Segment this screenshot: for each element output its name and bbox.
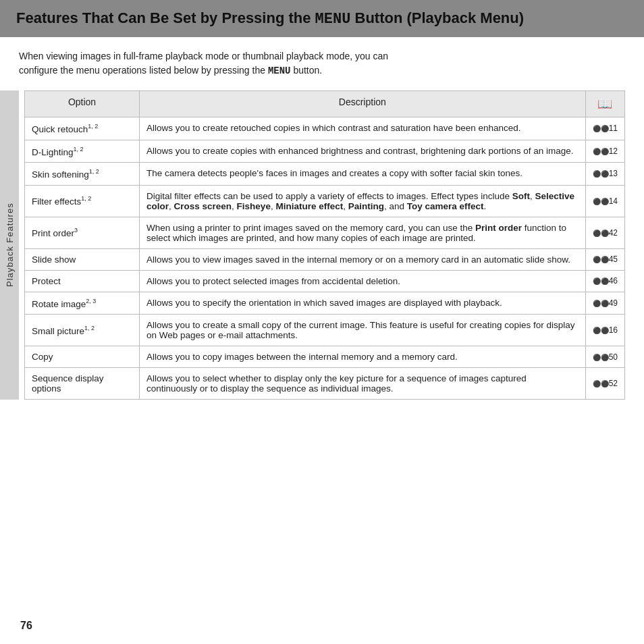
ref-cell: ⚫⚫52 xyxy=(585,368,624,400)
page-title: Features That Can Be Set by Pressing the… xyxy=(16,9,628,28)
ref-symbol: ⚫⚫ xyxy=(593,277,609,285)
page-number: 76 xyxy=(20,620,32,632)
features-table: Option Description 📖 Quick retouch1, 2Al… xyxy=(24,90,625,400)
ref-cell: ⚫⚫11 xyxy=(585,117,624,140)
intro-paragraph: When viewing images in full-frame playba… xyxy=(0,49,644,78)
table-row: Slide showAllows you to view images save… xyxy=(25,248,625,270)
description-cell: Allows you to view images saved in the i… xyxy=(140,248,586,270)
ref-cell: ⚫⚫13 xyxy=(585,163,624,186)
ref-symbol: ⚫⚫ xyxy=(593,354,609,361)
table-row: Sequence display optionsAllows you to se… xyxy=(25,368,625,400)
ref-cell: ⚫⚫12 xyxy=(585,140,624,163)
ref-cell: ⚫⚫16 xyxy=(585,315,624,346)
description-cell: Allows you to create copies with enhance… xyxy=(140,140,586,163)
ref-symbol: ⚫⚫ xyxy=(593,300,609,307)
table-wrapper: Option Description 📖 Quick retouch1, 2Al… xyxy=(19,90,644,400)
option-cell: Copy xyxy=(25,346,140,368)
ref-symbol: ⚫⚫ xyxy=(593,125,609,132)
table-row: Filter effects1, 2Digital filter effects… xyxy=(25,185,625,217)
ref-number: 13 xyxy=(609,169,618,178)
table-row: Quick retouch1, 2Allows you to create re… xyxy=(25,117,625,140)
table-row: Skin softening1, 2The camera detects peo… xyxy=(25,163,625,186)
side-tab: Playback Features xyxy=(0,90,19,400)
ref-number: 52 xyxy=(609,379,618,388)
option-cell: D-Lighting1, 2 xyxy=(25,140,140,163)
ref-number: 11 xyxy=(609,124,618,133)
description-cell: Allows you to specify the orientation in… xyxy=(140,292,586,315)
ref-symbol: ⚫⚫ xyxy=(593,230,609,237)
ref-cell: ⚫⚫45 xyxy=(585,248,624,270)
ref-symbol: ⚫⚫ xyxy=(593,148,609,155)
description-cell: When using a printer to print images sav… xyxy=(140,217,586,248)
ref-cell: ⚫⚫49 xyxy=(585,292,624,315)
description-cell: The camera detects people's faces in ima… xyxy=(140,163,586,186)
table-row: Small picture1, 2Allows you to create a … xyxy=(25,315,625,346)
option-cell: Rotate image2, 3 xyxy=(25,292,140,315)
ref-symbol: ⚫⚫ xyxy=(593,198,609,205)
option-cell: Slide show xyxy=(25,248,140,270)
ref-number: 12 xyxy=(609,146,618,156)
ref-symbol: ⚫⚫ xyxy=(593,256,609,263)
description-cell: Allows you to create a small copy of the… xyxy=(140,315,586,346)
header-ref: 📖 xyxy=(585,91,624,117)
ref-number: 49 xyxy=(609,298,618,308)
content-wrapper: Playback Features Option Description 📖 Q… xyxy=(0,90,644,427)
description-cell: Digital filter effects can be used to ap… xyxy=(140,185,586,217)
option-cell: Sequence display options xyxy=(25,368,140,400)
description-cell: Allows you to protect selected images fr… xyxy=(140,270,586,292)
book-icon: 📖 xyxy=(597,97,612,111)
description-cell: Allows you to copy images between the in… xyxy=(140,346,586,368)
option-cell: Protect xyxy=(25,270,140,292)
header-description: Description xyxy=(140,91,586,117)
table-row: D-Lighting1, 2Allows you to create copie… xyxy=(25,140,625,163)
option-cell: Filter effects1, 2 xyxy=(25,185,140,217)
ref-number: 50 xyxy=(609,352,618,362)
header-option: Option xyxy=(25,91,140,117)
option-cell: Skin softening1, 2 xyxy=(25,163,140,186)
table-row: Rotate image2, 3Allows you to specify th… xyxy=(25,292,625,315)
ref-symbol: ⚫⚫ xyxy=(593,170,609,178)
ref-symbol: ⚫⚫ xyxy=(593,380,609,387)
table-row: Print order3When using a printer to prin… xyxy=(25,217,625,248)
option-cell: Small picture1, 2 xyxy=(25,315,140,346)
option-cell: Print order3 xyxy=(25,217,140,248)
ref-number: 14 xyxy=(609,196,618,206)
ref-cell: ⚫⚫14 xyxy=(585,185,624,217)
ref-cell: ⚫⚫42 xyxy=(585,217,624,248)
ref-number: 42 xyxy=(609,228,618,238)
ref-number: 45 xyxy=(609,254,618,264)
ref-cell: ⚫⚫46 xyxy=(585,270,624,292)
table-row: CopyAllows you to copy images between th… xyxy=(25,346,625,368)
ref-cell: ⚫⚫50 xyxy=(585,346,624,368)
description-cell: Allows you to create retouched copies in… xyxy=(140,117,586,140)
page-header: Features That Can Be Set by Pressing the… xyxy=(0,0,644,37)
table-row: ProtectAllows you to protect selected im… xyxy=(25,270,625,292)
ref-number: 16 xyxy=(609,325,618,335)
description-cell: Allows you to select whether to display … xyxy=(140,368,586,400)
option-cell: Quick retouch1, 2 xyxy=(25,117,140,140)
ref-number: 46 xyxy=(609,276,618,286)
ref-symbol: ⚫⚫ xyxy=(593,327,609,334)
